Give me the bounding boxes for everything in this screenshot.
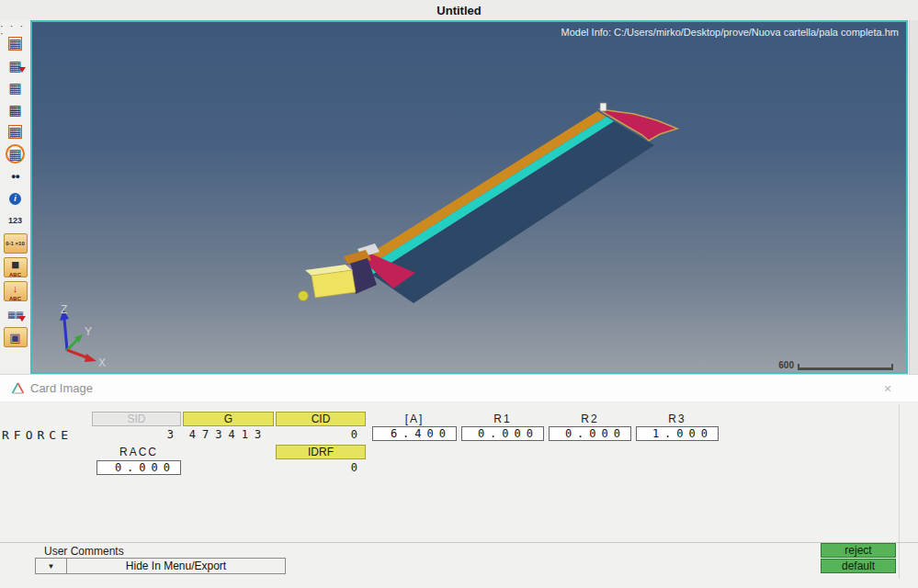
mesh-solid-icon[interactable]: ▦ xyxy=(4,100,28,119)
model-info-text: Model Info: C:/Users/mirko/Desktop/prove… xyxy=(561,27,899,38)
scale-bracket-icon xyxy=(798,364,893,370)
blade-model xyxy=(32,22,906,372)
numbers-icon[interactable]: 123 xyxy=(4,211,28,230)
field-input-a[interactable]: 6.400 xyxy=(372,426,457,441)
mesh-sphere-icon[interactable]: ▦ xyxy=(6,144,25,164)
user-comments-label: User Comments xyxy=(44,545,124,558)
field-header-cid[interactable]: CID xyxy=(276,412,366,426)
grid-label-icon[interactable]: ▦ABC xyxy=(4,257,28,277)
measure-icon[interactable]: 0-1 ×10 xyxy=(4,233,28,254)
mesh-copy-icon[interactable]: ▦ xyxy=(4,78,28,96)
field-input-r1[interactable]: 0.000 xyxy=(461,426,544,441)
z-axis-label: Z xyxy=(61,303,67,316)
field-value-sid: 3 xyxy=(92,427,177,441)
field-value-g: 473413 xyxy=(183,427,274,441)
hypermesh-logo-icon xyxy=(11,381,25,395)
right-scroll-strip[interactable] xyxy=(909,20,918,374)
field-header-idrf[interactable]: IDRF xyxy=(276,445,366,459)
panel-divider-vertical xyxy=(899,404,900,579)
scale-ruler: 600 xyxy=(778,361,893,370)
arrow-label-icon[interactable]: ↓ABC xyxy=(4,281,28,301)
close-icon[interactable]: × xyxy=(879,380,896,397)
field-value-cid: 0 xyxy=(276,427,361,441)
field-header-g[interactable]: G xyxy=(183,412,274,426)
info-icon[interactable]: i xyxy=(4,189,28,208)
tip-marker-icon xyxy=(600,103,606,111)
window-title: Untitled xyxy=(436,4,481,17)
footer-divider xyxy=(0,542,918,543)
scale-value: 600 xyxy=(778,361,794,370)
field-input-r3[interactable]: 1.000 xyxy=(636,426,719,441)
mesh-open-icon[interactable]: ▦ xyxy=(4,34,28,52)
application-window: Untitled · · · · ▦ ▦ ▦ ▦ ▦ ▦ ●● i 123 0-… xyxy=(0,0,918,588)
hide-in-menu-export-button[interactable]: Hide In Menu/Export xyxy=(66,558,286,574)
axis-triad: Z Y X xyxy=(41,302,115,368)
field-value-idrf: 0 xyxy=(276,460,361,474)
card-image-panel: Card Image × RFORCE SID G CID [A] R1 R2 … xyxy=(0,374,918,588)
field-header-racc: RACC xyxy=(96,445,181,459)
card-name-label: RFORCE xyxy=(2,428,73,442)
field-header-r2: R2 xyxy=(549,412,631,426)
mesh-corners-icon[interactable]: ▣ xyxy=(4,327,28,347)
x-axis-label: X xyxy=(98,356,106,368)
field-input-r2[interactable]: 0.000 xyxy=(549,426,631,441)
blade-surface xyxy=(372,121,654,303)
mesh-frame-icon[interactable]: ▦ xyxy=(4,122,28,141)
left-toolbar: · · · · ▦ ▦ ▦ ▦ ▦ ▦ ●● i 123 0-1 ×10 ▦AB… xyxy=(0,20,30,374)
graphics-viewport[interactable]: Model Info: C:/Users/mirko/Desktop/prove… xyxy=(30,20,908,374)
y-axis-label: Y xyxy=(85,325,92,338)
chevron-down-icon: ▼ xyxy=(48,562,55,571)
mesh-export-icon[interactable]: ▦ xyxy=(4,56,28,74)
field-input-racc[interactable]: 0.000 xyxy=(96,460,181,475)
default-button[interactable]: default xyxy=(821,559,896,573)
x-arrowhead xyxy=(85,354,96,362)
card-panel-title: Card Image xyxy=(30,381,93,395)
reject-button[interactable]: reject xyxy=(821,543,896,558)
mesh-pair-icon[interactable]: ▦▦ xyxy=(4,305,28,323)
user-comments-dropdown[interactable]: ▼ xyxy=(35,558,67,574)
field-header-r3: R3 xyxy=(636,412,719,426)
node-sphere xyxy=(299,291,309,301)
drag-handle-icon[interactable]: · · · · xyxy=(0,22,30,30)
field-header-a: [A] xyxy=(372,412,457,426)
binoculars-icon[interactable]: ●● xyxy=(4,167,28,186)
window-titlebar: Untitled xyxy=(0,0,918,20)
field-header-r1: R1 xyxy=(461,412,544,426)
card-panel-header: Card Image × xyxy=(0,374,918,402)
field-header-sid: SID xyxy=(92,412,181,426)
